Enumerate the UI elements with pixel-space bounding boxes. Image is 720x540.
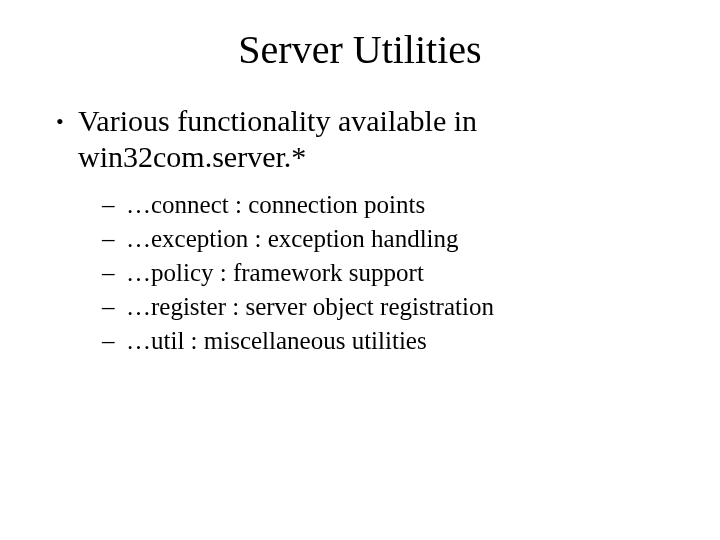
sub-bullet-list: – …connect : connection points – …except…	[102, 189, 670, 357]
bullet-level2: – …policy : framework support	[102, 257, 670, 289]
bullet-level2-text: …register : server object registration	[126, 291, 670, 323]
bullet-level1: • Various functionality available in win…	[56, 103, 670, 175]
slide-title: Server Utilities	[50, 26, 670, 73]
bullet-dash-icon: –	[102, 223, 126, 255]
bullet-dot-icon: •	[56, 103, 78, 135]
bullet-level2-text: …exception : exception handling	[126, 223, 670, 255]
bullet-level1-text: Various functionality available in win32…	[78, 103, 670, 175]
bullet-dash-icon: –	[102, 325, 126, 357]
bullet-dash-icon: –	[102, 257, 126, 289]
bullet-level2-text: …connect : connection points	[126, 189, 670, 221]
bullet-level2: – …connect : connection points	[102, 189, 670, 221]
bullet-level2: – …register : server object registration	[102, 291, 670, 323]
bullet-dash-icon: –	[102, 291, 126, 323]
bullet-dash-icon: –	[102, 189, 126, 221]
bullet-level2: – …util : miscellaneous utilities	[102, 325, 670, 357]
bullet-level2-text: …policy : framework support	[126, 257, 670, 289]
bullet-level2-text: …util : miscellaneous utilities	[126, 325, 670, 357]
bullet-level2: – …exception : exception handling	[102, 223, 670, 255]
